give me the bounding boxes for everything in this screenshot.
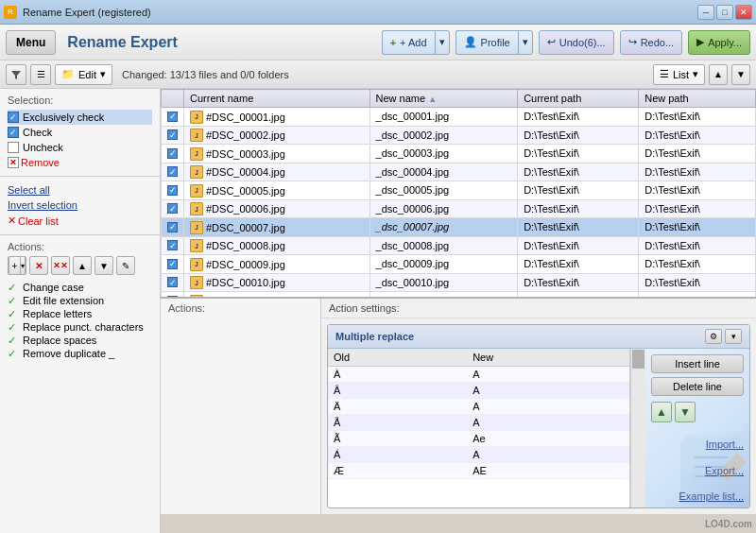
x-icon: ✕ <box>8 215 16 227</box>
list-view-button[interactable]: ☰ <box>30 64 51 85</box>
invert-selection-link[interactable]: Invert selection <box>8 198 152 213</box>
changed-status: Changed: 13/13 files and 0/0 folders <box>122 69 289 80</box>
minimize-button[interactable]: ─ <box>697 5 714 20</box>
row-checkbox[interactable]: ✓ <box>167 240 178 250</box>
row-checkbox-cell[interactable]: ✓ <box>162 108 184 127</box>
col-current-name[interactable]: Current name <box>184 90 370 108</box>
exclusively-check-item[interactable]: ✓ Exclusively check <box>8 110 152 125</box>
redo-button[interactable]: ↪ Redo... <box>620 30 682 55</box>
delete-line-button[interactable]: Delete line <box>651 377 744 396</box>
mr-table-row[interactable]: Å A <box>328 415 629 431</box>
row-checkbox[interactable]: ✓ <box>167 185 178 196</box>
action-list-item[interactable]: ✓ Replace letters <box>8 307 152 320</box>
action-list-item[interactable]: ✓ Change case <box>8 281 152 294</box>
mr-table-row[interactable]: Á A <box>328 447 629 463</box>
table-row[interactable]: ✓ J #DSC_00010.jpg _dsc_00010.jpg D:\Tes… <box>162 273 756 292</box>
mr-table-wrap[interactable]: Old New À A Â A Ä A Å A Ã Ae <box>328 349 630 507</box>
row-new-path: D:\Test\Exif\ <box>639 273 756 292</box>
mr-table-row[interactable]: Ã Ae <box>328 431 629 447</box>
apply-button[interactable]: ▶ Apply... <box>688 30 750 55</box>
row-checkbox-cell[interactable]: ✓ <box>162 236 184 255</box>
table-row[interactable]: ✓ J #DSC_00005.jpg _dsc_00005.jpg D:\Tes… <box>162 181 756 200</box>
table-row[interactable]: ✓ J #DSC_00004.jpg _dsc_00004.jpg D:\Tes… <box>162 163 756 181</box>
mr-table-row[interactable]: Æ AE <box>328 463 629 479</box>
undo-button[interactable]: ↩ Undo(6)... <box>539 30 614 55</box>
row-checkbox[interactable]: ✓ <box>167 129 178 140</box>
delete-all-action-button[interactable]: ✕✕ <box>51 256 70 275</box>
mr-settings-button[interactable]: ⚙ <box>705 329 722 344</box>
row-current-path: D:\Test\Exif\ <box>518 145 639 163</box>
insert-line-button[interactable]: Insert line <box>651 354 744 373</box>
table-row[interactable]: ✓ J #DSC_00009.jpg _dsc_00009.jpg D:\Tes… <box>162 255 756 274</box>
action-list-item[interactable]: ✓ Replace spaces <box>8 334 152 347</box>
clear-list-link[interactable]: ✕ Clear list <box>8 213 152 229</box>
delete-action-button[interactable]: ✕ <box>29 256 48 275</box>
table-row[interactable]: ✓ J #DSC_00001.jpg _dsc_00001.jpg D:\Tes… <box>162 108 756 127</box>
edit-action-button[interactable]: ✎ <box>116 256 135 275</box>
mr-table-row[interactable]: Ä A <box>328 399 629 415</box>
table-row[interactable]: ✓ J #DSC_00006.jpg _dsc_00006.jpg D:\Tes… <box>162 199 756 218</box>
row-checkbox[interactable]: ✓ <box>167 259 178 269</box>
table-row[interactable]: ✓ J #DSC_00002.jpg _dsc_00002.jpg D:\Tes… <box>162 126 756 145</box>
check-mark: ✓ <box>169 241 177 250</box>
select-all-link[interactable]: Select all <box>8 182 152 198</box>
row-checkbox[interactable]: ✓ <box>167 203 178 214</box>
add-button[interactable]: + + Add <box>382 30 435 55</box>
uncheck-item[interactable]: Uncheck <box>8 140 152 155</box>
row-checkbox-cell[interactable]: ✓ <box>162 181 184 200</box>
file-table-wrap[interactable]: Current name New name ▲ Current path New… <box>161 89 756 297</box>
row-checkbox-cell[interactable]: ✓ <box>162 145 184 163</box>
table-row[interactable]: ✓ J #DSC_00008.jpg _dsc_00008.jpg D:\Tes… <box>162 236 756 255</box>
col-current-path[interactable]: Current path <box>518 90 639 108</box>
close-button[interactable]: ✕ <box>735 5 752 20</box>
row-checkbox-cell[interactable]: ✓ <box>162 255 184 274</box>
action-list-item[interactable]: ✓ Edit file extension <box>8 294 152 307</box>
list-view-dropdown[interactable]: ☰ List ▾ <box>653 64 705 85</box>
mr-scrollbar[interactable] <box>630 349 645 507</box>
mr-dropdown-button[interactable]: ▾ <box>725 329 742 344</box>
add-action-button[interactable]: + ▾ <box>8 256 26 275</box>
edit-dropdown[interactable]: 📁 Edit ▾ <box>55 64 112 85</box>
mr-table-row[interactable]: À A <box>328 367 629 383</box>
check-item[interactable]: ✓ Check <box>8 125 152 140</box>
row-checkbox[interactable]: ✓ <box>167 166 178 177</box>
check-checkbox[interactable]: ✓ <box>8 127 19 138</box>
selection-title: Selection: <box>8 95 152 106</box>
row-checkbox-cell[interactable]: ✓ <box>162 273 184 292</box>
filter-button[interactable] <box>6 64 26 85</box>
row-current-path: D:\Test\Exif\ <box>518 181 639 200</box>
row-checkbox-cell[interactable]: ✓ <box>162 199 184 218</box>
scroll-up-button[interactable]: ▲ <box>709 64 728 85</box>
uncheck-checkbox[interactable] <box>8 142 19 153</box>
row-new-path: D:\Test\Exif\ <box>639 145 756 163</box>
row-checkbox[interactable]: ✓ <box>167 222 178 232</box>
row-checkbox-cell[interactable]: ✓ <box>162 126 184 145</box>
move-up-action-button[interactable]: ▲ <box>73 256 92 275</box>
title-bar-controls: ─ □ ✕ <box>697 5 752 20</box>
table-row[interactable]: ✓ J #DSC_00007.jpg _dsc_00007.jpg D:\Tes… <box>162 218 756 237</box>
action-list-item[interactable]: ✓ Replace punct. characters <box>8 320 152 334</box>
col-new-name[interactable]: New name ▲ <box>369 90 518 108</box>
exclusively-check-checkbox[interactable]: ✓ <box>8 112 19 123</box>
check-mark: ✓ <box>169 185 177 195</box>
move-down-action-button[interactable]: ▼ <box>94 256 113 275</box>
row-checkbox[interactable]: ✓ <box>167 277 178 287</box>
add-dropdown-arrow[interactable]: ▾ <box>435 30 450 55</box>
profile-button[interactable]: 👤 Profile <box>455 30 518 55</box>
profile-dropdown-arrow[interactable]: ▾ <box>518 30 533 55</box>
row-checkbox[interactable]: ✓ <box>167 112 178 122</box>
remove-item[interactable]: ✕ Remove <box>8 155 152 170</box>
maximize-button[interactable]: □ <box>716 5 733 20</box>
scroll-down-button[interactable]: ▼ <box>731 64 750 85</box>
check-mark: ✓ <box>169 167 177 177</box>
action-list-item[interactable]: ✓ Remove duplicate _ <box>8 347 152 360</box>
row-checkbox-cell[interactable]: ✓ <box>162 218 184 237</box>
table-row[interactable]: ✓ J #DSC_00003.jpg _dsc_00003.jpg D:\Tes… <box>162 145 756 163</box>
col-new-path[interactable]: New path <box>639 90 756 108</box>
row-checkbox-cell[interactable]: ✓ <box>162 163 184 181</box>
bottom-area: Actions: Action settings: Multiple repla… <box>161 297 756 514</box>
remove-checkbox[interactable]: ✕ <box>8 157 19 168</box>
row-checkbox[interactable]: ✓ <box>167 148 178 159</box>
menu-button[interactable]: Menu <box>6 30 56 55</box>
mr-table-row[interactable]: Â A <box>328 383 629 399</box>
